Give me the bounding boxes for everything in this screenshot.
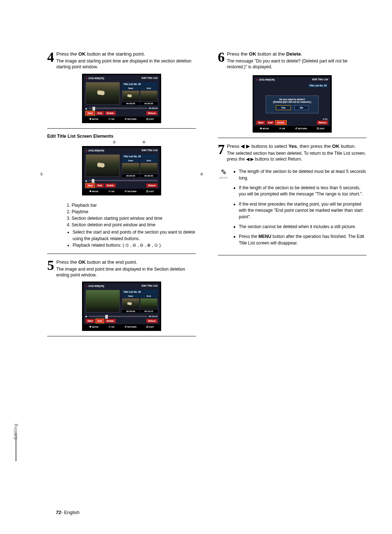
elements-heading: Edit Title List Screen Elements bbox=[47, 134, 196, 139]
page-footer: 72- English bbox=[56, 510, 79, 515]
note-label: NOTE bbox=[218, 177, 229, 179]
page-number: 72 bbox=[56, 510, 61, 515]
divider bbox=[47, 128, 196, 129]
total-time: 0:15 bbox=[323, 118, 327, 120]
screenshot-elements: ③ ④ ① ② DVD-RW(VR) Edit Title List Title… bbox=[47, 146, 196, 195]
end-thumb bbox=[140, 90, 158, 101]
step-5: 5 Press the OK button at the end point. … bbox=[47, 259, 196, 278]
play-icon bbox=[86, 315, 87, 317]
end-button[interactable]: End bbox=[96, 111, 104, 115]
title-list-number: Title List No. 05 bbox=[308, 84, 328, 88]
start-time: 00:00:06 bbox=[122, 310, 139, 313]
ok-hint: ☞OK bbox=[109, 190, 115, 193]
end-button[interactable]: End bbox=[266, 121, 274, 125]
start-button[interactable]: Start bbox=[86, 183, 95, 187]
screen-title: Edit Title List bbox=[142, 284, 158, 288]
divider bbox=[218, 255, 367, 255]
end-time: 00:00:00 bbox=[140, 102, 158, 105]
main-preview bbox=[86, 290, 120, 312]
end-button[interactable]: End bbox=[96, 319, 104, 323]
return-hint: ↺RETURN bbox=[124, 325, 136, 328]
text: , then press the bbox=[297, 143, 332, 149]
ok-label: OK bbox=[332, 143, 339, 149]
exit-hint: ⊡EXIT bbox=[317, 127, 324, 130]
step-6-number: 6 bbox=[218, 51, 225, 63]
return-hint: ↺RETURN bbox=[124, 118, 136, 121]
return-button[interactable]: Return bbox=[146, 183, 158, 187]
text: . bbox=[301, 51, 302, 57]
confirm-dialog: Do you want to delete? (Deleted part wil… bbox=[266, 96, 319, 113]
playback-bar bbox=[89, 108, 147, 109]
move-hint: ✥MOVE bbox=[89, 325, 99, 328]
playback-bar bbox=[89, 180, 158, 181]
ok-label: OK bbox=[249, 51, 256, 57]
step-7-number: 7 bbox=[218, 143, 225, 155]
disc-label: DVD-RW(VR) bbox=[86, 149, 104, 152]
no-button[interactable]: No bbox=[294, 105, 309, 110]
note-icon: ✎ NOTE bbox=[218, 169, 229, 179]
title-list-number: Title List No. 05 bbox=[122, 154, 158, 158]
legend-subitem: Select the start and end points of the s… bbox=[73, 229, 196, 242]
start-header: Start bbox=[122, 159, 139, 162]
ok-label: OK bbox=[78, 259, 86, 265]
step-6: 6 Press the OK button at the Delete. The… bbox=[218, 51, 367, 70]
start-button[interactable]: Start bbox=[86, 319, 95, 323]
legend-item: 4. Section deletion end point window and… bbox=[67, 222, 196, 228]
text: Press the bbox=[56, 51, 78, 57]
end-thumb bbox=[140, 163, 158, 174]
step-7: 7 Press ◀ ▶ buttons to select Yes, then … bbox=[218, 143, 367, 162]
move-hint: ✥MOVE bbox=[260, 127, 269, 130]
delete-button[interactable]: Delete bbox=[105, 111, 116, 115]
total-time: 00:10:15 bbox=[149, 315, 158, 317]
step-5-number: 5 bbox=[47, 259, 54, 271]
right-column: 6 Press the OK button at the Delete. The… bbox=[218, 51, 367, 534]
delete-label: Delete bbox=[286, 51, 301, 57]
playback-bar bbox=[89, 316, 147, 317]
ok-hint: ☞OK bbox=[279, 127, 285, 130]
end-button[interactable]: End bbox=[96, 183, 104, 187]
screen-title: Edit Title List bbox=[142, 77, 158, 80]
screenshot-step-4: DVD-RW(VR) Edit Title List Title List No… bbox=[47, 74, 196, 123]
start-header: Start bbox=[122, 295, 139, 298]
end-header: End bbox=[140, 159, 158, 162]
step-4-number: 4 bbox=[47, 51, 54, 63]
end-time: 00:00:00 bbox=[140, 174, 158, 177]
exit-hint: ⊡EXIT bbox=[146, 118, 154, 121]
return-hint: ↺RETURN bbox=[124, 190, 136, 193]
yes-button[interactable]: Yes bbox=[276, 105, 291, 110]
text: button at the bbox=[256, 51, 286, 57]
left-column: 4 Press the OK button at the starting po… bbox=[47, 51, 196, 534]
note-item: The length of the section to be deleted … bbox=[239, 169, 367, 181]
delete-button[interactable]: Delete bbox=[275, 121, 286, 125]
disc-label: DVD-RW(VR) bbox=[86, 77, 104, 80]
note-item: Press the MENU button after the operatio… bbox=[239, 234, 367, 246]
return-button[interactable]: Return bbox=[317, 121, 328, 125]
delete-button[interactable]: Delete bbox=[105, 183, 116, 187]
start-button[interactable]: Start bbox=[256, 121, 265, 125]
exit-hint: ⊡EXIT bbox=[146, 325, 154, 328]
step-5-subtext: The image and end point time are display… bbox=[56, 266, 196, 278]
start-button[interactable]: Start bbox=[86, 111, 95, 115]
callout-1: ① bbox=[40, 172, 43, 176]
legend-subitem: Playback related buttons: bbox=[73, 242, 196, 248]
main-preview bbox=[86, 82, 120, 105]
callout-3: ③ bbox=[113, 140, 116, 144]
return-button[interactable]: Return bbox=[146, 319, 158, 323]
dialog-line-2: (Deleted part will not be restored.) bbox=[270, 101, 315, 103]
footer-language: English bbox=[64, 510, 79, 515]
yes-label: Yes bbox=[289, 143, 297, 149]
return-button[interactable]: Return bbox=[146, 111, 158, 115]
screen-title: Edit Title List bbox=[312, 78, 328, 81]
delete-button[interactable]: Delete bbox=[105, 319, 116, 323]
move-hint: ✥MOVE bbox=[89, 190, 99, 193]
title-list-number: Title List No. 05 bbox=[122, 82, 158, 86]
ok-hint: ☞OK bbox=[109, 118, 115, 121]
title-list-number: Title List No. 05 bbox=[122, 290, 158, 294]
main-preview bbox=[86, 154, 120, 177]
text: Press the bbox=[56, 259, 78, 265]
note-block: ✎ NOTE The length of the section to be d… bbox=[218, 169, 367, 250]
text: button at the starting point. bbox=[86, 51, 145, 57]
divider bbox=[47, 254, 196, 254]
end-header: End bbox=[140, 87, 158, 90]
text: Press the bbox=[227, 51, 249, 57]
